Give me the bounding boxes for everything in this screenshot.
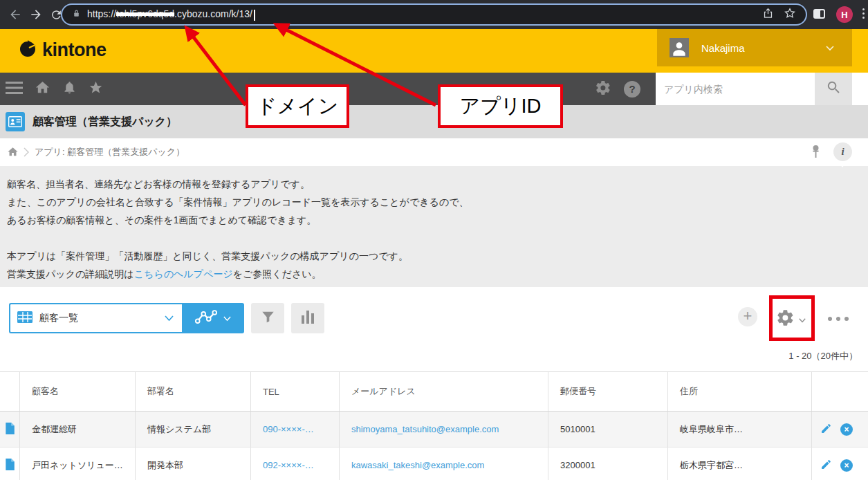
bookmark-star-icon[interactable]	[784, 7, 796, 22]
favorites-star-icon[interactable]	[89, 80, 103, 98]
breadcrumb: アプリ: 顧客管理（営業支援パック） i	[0, 138, 868, 166]
view-name: 顧客一覧	[39, 312, 78, 324]
hamburger-menu-icon[interactable]	[6, 81, 23, 98]
cell-email[interactable]: shimoyama_tatsuhito@example.com	[339, 412, 548, 447]
url-redacted-domain: tehl5pv6dq5d	[116, 8, 174, 19]
filter-button[interactable]	[251, 303, 284, 333]
breadcrumb-home-icon[interactable]	[7, 146, 19, 160]
chevron-down-icon	[826, 41, 834, 54]
table-row[interactable]: 戸田ネットソリュー… 開発本部 092-××××-… kawasaki_take…	[0, 447, 868, 480]
info-icon[interactable]: i	[833, 142, 852, 161]
cell-email[interactable]: kawasaki_takeshi@example.com	[339, 447, 548, 480]
app-description: 顧客名、担当者名、連絡先などお客様の情報を登録するアプリです。 また、このアプリ…	[0, 166, 868, 287]
record-list: 顧客名 部署名 TEL メールアドレス 郵便番号 住所 金都運総研 情報システム…	[0, 371, 868, 480]
screen: https://tehl5pv6dq5d.cybozu.com/k/13/ H …	[0, 0, 868, 480]
cell-zip: 5010001	[548, 412, 667, 447]
cell-tel[interactable]: 090-××××-…	[250, 412, 339, 447]
side-panel-icon[interactable]	[813, 9, 825, 19]
kintone-header: kintone Nakajima	[0, 29, 868, 73]
breadcrumb-chevron-icon	[24, 147, 29, 160]
back-icon[interactable]	[8, 8, 22, 21]
cell-dept: 情報システム部	[135, 412, 250, 447]
record-count: 1 - 20（20件中）	[692, 350, 858, 362]
header-actions-col	[811, 372, 868, 411]
pin-icon[interactable]	[811, 145, 821, 162]
lock-icon	[72, 8, 81, 21]
cell-dept: 開発本部	[135, 447, 250, 480]
cell-tel[interactable]: 092-××××-…	[250, 447, 339, 480]
browser-chrome: https://tehl5pv6dq5d.cybozu.com/k/13/ H	[0, 0, 868, 29]
chart-button[interactable]	[291, 303, 324, 333]
forward-icon[interactable]	[29, 8, 43, 21]
breadcrumb-text[interactable]: アプリ: 顧客管理（営業支援パック）	[35, 138, 185, 166]
add-record-button[interactable]: +	[738, 307, 757, 326]
column-header[interactable]: メールアドレス	[339, 372, 548, 411]
description-line: また、このアプリの会社名と合致する「案件情報」アプリのレコード一覧を表示すること…	[7, 193, 861, 211]
app-id-annotation-label: アプリID	[438, 84, 563, 128]
chevron-down-icon	[165, 312, 174, 324]
global-nav: ?	[0, 73, 868, 105]
table-header-row: 顧客名 部署名 TEL メールアドレス 郵便番号 住所	[0, 372, 868, 412]
search-button[interactable]	[815, 73, 852, 105]
user-menu[interactable]: Nakajima	[657, 29, 852, 66]
info-notch	[838, 161, 847, 167]
view-selector: 顧客一覧	[9, 303, 244, 333]
bar-chart-icon	[301, 309, 315, 327]
cell-address: 岐阜県岐阜市…	[667, 412, 811, 447]
app-icon	[6, 112, 25, 131]
record-file-icon[interactable]	[5, 459, 15, 472]
table-row[interactable]: 金都運総研 情報システム部 090-××××-… shimoyama_tatsu…	[0, 412, 868, 447]
more-options-button[interactable]	[828, 317, 849, 321]
browser-profile-avatar[interactable]: H	[836, 6, 853, 23]
edit-pencil-icon[interactable]	[820, 459, 832, 472]
user-name: Nakajima	[701, 42, 745, 54]
cell-name: 金都運総研	[19, 412, 135, 447]
record-file-icon[interactable]	[5, 423, 15, 436]
chevron-down-icon	[223, 312, 231, 324]
delete-x-icon[interactable]: ×	[840, 459, 853, 472]
kintone-logo-icon	[18, 39, 37, 61]
column-header[interactable]: 郵便番号	[548, 372, 667, 411]
description-line: 営業支援パックの詳細説明はこちらのヘルプページをご参照ください。	[7, 265, 861, 283]
graph-view-button[interactable]	[182, 303, 244, 333]
settings-gear-icon[interactable]	[595, 80, 611, 99]
column-header[interactable]: 顧客名	[19, 372, 135, 411]
app-title[interactable]: 顧客管理（営業支援パック）	[33, 105, 177, 138]
cell-address: 栃木県宇都宮…	[667, 447, 811, 480]
description-line: あるお客様の顧客情報と、その案件を1画面でまとめて確認できます。	[7, 211, 861, 229]
home-icon[interactable]	[35, 80, 50, 98]
column-header[interactable]: 部署名	[135, 372, 250, 411]
column-header[interactable]: 住所	[667, 372, 811, 411]
graph-icon	[195, 310, 217, 327]
search-icon	[826, 80, 842, 98]
cell-name: 戸田ネットソリュー…	[19, 447, 135, 480]
address-bar[interactable]: https://tehl5pv6dq5d.cybozu.com/k/13/	[61, 3, 807, 26]
help-icon[interactable]: ?	[624, 81, 640, 98]
kintone-logo[interactable]: kintone	[18, 39, 107, 61]
search-input[interactable]	[656, 73, 815, 105]
app-search	[656, 73, 815, 105]
column-header[interactable]: TEL	[250, 372, 339, 411]
cell-zip: 3200001	[548, 447, 667, 480]
user-avatar	[670, 38, 689, 57]
filter-funnel-icon	[260, 309, 276, 327]
app-title-bar: 顧客管理（営業支援パック）	[0, 105, 868, 138]
domain-annotation-label: ドメイン	[246, 84, 349, 128]
table-view-icon	[17, 311, 33, 326]
header-icon-col	[0, 372, 19, 411]
edit-pencil-icon[interactable]	[820, 423, 832, 436]
notifications-bell-icon[interactable]	[62, 80, 77, 98]
share-icon[interactable]	[762, 8, 774, 22]
kintone-logo-text: kintone	[42, 39, 107, 61]
text-cursor	[254, 10, 255, 21]
url-text: https://tehl5pv6dq5d.cybozu.com/k/13/	[87, 8, 255, 20]
delete-x-icon[interactable]: ×	[840, 423, 853, 436]
browser-menu-icon[interactable]	[862, 8, 865, 19]
description-line: 顧客名、担当者名、連絡先などお客様の情報を登録するアプリです。	[7, 175, 861, 193]
nav-right-cap	[852, 73, 868, 105]
description-line: 本アプリは「案件管理」「活動履歴」と同じく、営業支援パックの構成アプリの一つです…	[7, 247, 861, 265]
help-page-link[interactable]: こちらのヘルプページ	[134, 268, 233, 279]
gear-highlight-annotation	[769, 295, 815, 341]
view-dropdown[interactable]: 顧客一覧	[9, 303, 182, 333]
